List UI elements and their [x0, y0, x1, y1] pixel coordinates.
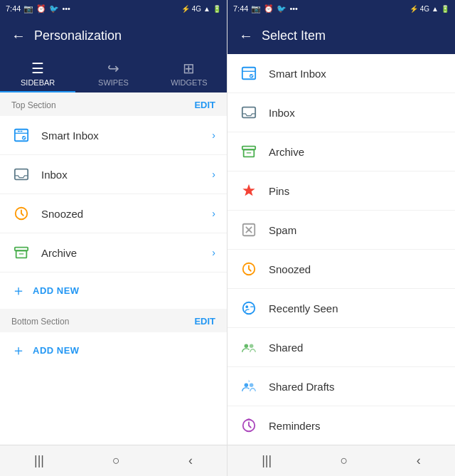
left-header: ← Personalization	[0, 17, 227, 54]
nav-home-icon[interactable]: ○	[112, 453, 120, 468]
bottom-add-new-label: ADD NEW	[33, 345, 80, 356]
snoozed-chevron: ›	[212, 208, 215, 219]
right-panel: 7:44 📷 ⏰ 🐦 ••• ⚡ 4G ▲ 🔋 ← Select Item	[228, 0, 455, 476]
tab-sidebar[interactable]: ☰ SIDEBAR	[0, 54, 75, 92]
smart-inbox-chevron: ›	[212, 129, 215, 141]
right-bluetooth-icon: ⚡	[410, 5, 418, 13]
select-inbox[interactable]: Inbox	[228, 93, 455, 132]
select-archive-icon	[239, 142, 259, 162]
back-button[interactable]: ←	[11, 28, 26, 44]
alarm-icon: ⏰	[36, 4, 46, 14]
svg-point-13	[243, 302, 255, 314]
list-item-archive[interactable]: Archive ›	[0, 233, 227, 273]
select-archive-label: Archive	[269, 146, 444, 158]
top-section-header: Top Section EDIT	[0, 92, 227, 116]
inbox-label: Inbox	[41, 169, 212, 181]
svg-rect-6	[242, 68, 255, 80]
select-reminders[interactable]: Reminders	[228, 406, 455, 445]
swipes-tab-icon: ↪	[107, 60, 119, 77]
right-nav-home-icon[interactable]: ○	[341, 453, 348, 468]
bottom-add-icon: ＋	[11, 341, 26, 360]
top-section-edit-button[interactable]: EDIT	[194, 100, 215, 110]
tabs-bar: ☰ SIDEBAR ↪ SWIPES ⊞ WIDGETS	[0, 54, 227, 92]
select-pins-label: Pins	[269, 185, 444, 197]
left-status-bar: 7:44 📷 ⏰ 🐦 ••• ⚡ 4G ▲ 🔋	[0, 0, 227, 17]
select-shared-icon	[239, 337, 259, 357]
smart-inbox-label: Smart Inbox	[41, 129, 212, 142]
select-pins-icon	[239, 181, 259, 201]
tab-swipes[interactable]: ↪ SWIPES	[75, 54, 151, 92]
list-item-inbox[interactable]: Inbox ›	[0, 155, 227, 194]
select-shared-drafts[interactable]: Shared Drafts	[228, 367, 455, 406]
select-snoozed-icon	[239, 259, 259, 279]
right-back-button[interactable]: ←	[239, 28, 253, 44]
top-add-new-label: ADD NEW	[33, 285, 80, 296]
twitter-icon: 🐦	[49, 4, 59, 14]
tab-widgets-label: WIDGETS	[171, 78, 207, 87]
right-nav-back-icon[interactable]: ‹	[417, 453, 421, 468]
svg-point-14	[245, 305, 248, 308]
select-shared-drafts-label: Shared Drafts	[269, 381, 444, 393]
bottom-section-header: Bottom Section EDIT	[0, 309, 227, 332]
svg-point-15	[245, 344, 249, 348]
snoozed-label: Snoozed	[41, 208, 212, 220]
bluetooth-icon: ⚡	[181, 5, 190, 13]
select-inbox-label: Inbox	[269, 107, 444, 119]
svg-point-18	[250, 383, 254, 387]
bottom-add-new-button[interactable]: ＋ ADD NEW	[0, 332, 227, 369]
right-more-icon: •••	[289, 4, 298, 13]
svg-point-16	[250, 344, 254, 348]
right-time: 7:44	[233, 4, 248, 13]
left-title: Personalization	[34, 28, 122, 43]
select-recently-seen[interactable]: Recently Seen	[228, 289, 455, 328]
left-panel: 7:44 📷 ⏰ 🐦 ••• ⚡ 4G ▲ 🔋 ← Personalizatio…	[0, 0, 228, 476]
nav-back-icon[interactable]: ‹	[188, 453, 193, 468]
select-snoozed-label: Snoozed	[269, 263, 444, 275]
select-recently-seen-label: Recently Seen	[269, 302, 444, 314]
list-item-snoozed[interactable]: Snoozed ›	[0, 194, 227, 233]
bottom-section-edit-button[interactable]: EDIT	[194, 316, 215, 327]
select-smart-inbox[interactable]: Smart Inbox	[228, 54, 455, 93]
inbox-chevron: ›	[212, 169, 215, 180]
right-bottom-nav: ||| ○ ‹	[228, 445, 455, 476]
right-twitter-icon: 🐦	[277, 4, 287, 14]
right-signal-icon: 4G	[420, 5, 429, 13]
right-alarm-icon: ⏰	[264, 4, 274, 14]
svg-point-17	[245, 383, 249, 387]
select-spam[interactable]: Spam	[228, 211, 455, 250]
select-recently-seen-icon	[239, 298, 259, 318]
select-smart-inbox-label: Smart Inbox	[269, 68, 444, 80]
archive-chevron: ›	[212, 247, 215, 258]
tab-swipes-label: SWIPES	[98, 78, 129, 87]
right-title: Select Item	[262, 28, 326, 43]
select-snoozed[interactable]: Snoozed	[228, 250, 455, 289]
archive-label: Archive	[41, 247, 212, 259]
camera-icon: 📷	[23, 4, 33, 14]
right-camera-icon: 📷	[251, 4, 261, 14]
more-icon: •••	[62, 4, 70, 13]
select-shared-drafts-icon	[239, 376, 259, 396]
select-shared[interactable]: Shared	[228, 328, 455, 367]
right-nav-menu-icon[interactable]: |||	[262, 453, 272, 468]
select-reminders-label: Reminders	[269, 420, 444, 432]
select-inbox-icon	[239, 102, 259, 122]
select-shared-label: Shared	[269, 342, 444, 354]
nav-menu-icon[interactable]: |||	[34, 453, 44, 468]
right-battery-icon: 🔋	[441, 5, 449, 13]
select-spam-icon	[239, 220, 259, 240]
top-section-label: Top Section	[11, 100, 56, 110]
tab-widgets[interactable]: ⊞ WIDGETS	[151, 54, 227, 92]
smart-inbox-icon	[11, 125, 31, 145]
left-bottom-nav: ||| ○ ‹	[0, 445, 227, 476]
snoozed-icon	[11, 203, 31, 223]
right-header: ← Select Item	[228, 17, 455, 54]
left-time: 7:44	[6, 4, 21, 13]
select-reminders-icon	[239, 416, 259, 435]
select-spam-label: Spam	[269, 224, 444, 236]
wifi-icon: ▲	[203, 5, 210, 13]
select-pins[interactable]: Pins	[228, 171, 455, 211]
list-item-smart-inbox[interactable]: Smart Inbox ›	[0, 116, 227, 155]
select-archive[interactable]: Archive	[228, 132, 455, 171]
signal-icon: 4G	[192, 5, 201, 13]
top-add-new-button[interactable]: ＋ ADD NEW	[0, 273, 227, 309]
